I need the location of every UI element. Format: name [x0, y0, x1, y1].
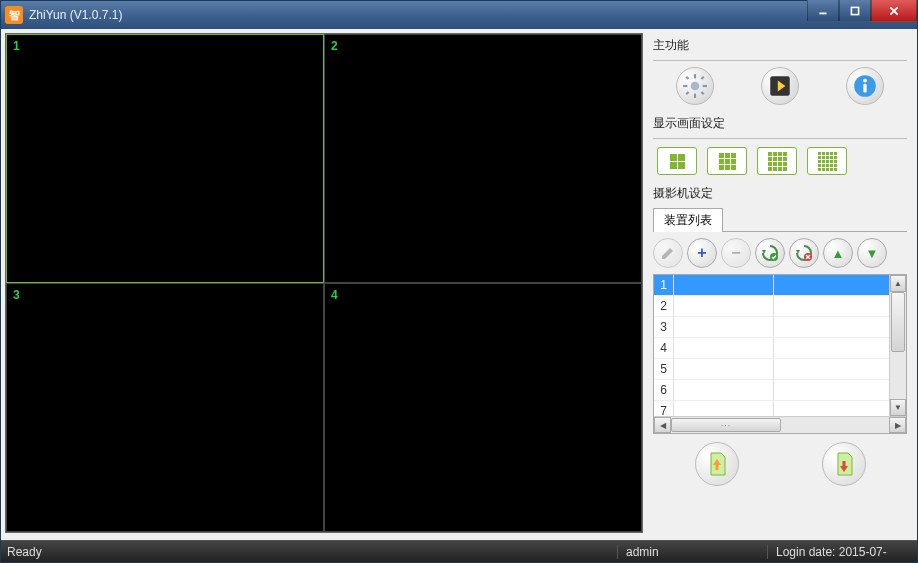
- cell: [774, 317, 906, 337]
- table-row[interactable]: 4: [654, 338, 906, 359]
- tab-device-list[interactable]: 装置列表: [653, 208, 723, 232]
- import-button[interactable]: [822, 442, 866, 486]
- doc-up-icon: [703, 450, 731, 478]
- video-cell-1[interactable]: 1: [6, 34, 324, 283]
- grid-5x5-button[interactable]: [807, 147, 847, 175]
- status-bar: Ready admin Login date: 2015-07-: [1, 540, 917, 562]
- svg-rect-7: [683, 85, 687, 87]
- cell: [674, 296, 774, 316]
- cell-label: 1: [13, 39, 20, 53]
- remove-button[interactable]: −: [721, 238, 751, 268]
- table-row[interactable]: 3: [654, 317, 906, 338]
- export-button[interactable]: [695, 442, 739, 486]
- grid-4x4-button[interactable]: [757, 147, 797, 175]
- video-cell-3[interactable]: 3: [6, 283, 324, 532]
- scroll-right-button[interactable]: ▶: [889, 417, 906, 433]
- refresh-ok-icon: [761, 244, 779, 262]
- status-login-date: Login date: 2015-07-: [767, 545, 917, 559]
- cell: [674, 317, 774, 337]
- cell: [774, 338, 906, 358]
- cell-label: 2: [331, 39, 338, 53]
- row-header: 7: [654, 401, 674, 416]
- play-button[interactable]: [761, 67, 799, 105]
- grid-4x4-icon: [768, 152, 787, 171]
- table-row[interactable]: 1: [654, 275, 906, 296]
- maximize-button[interactable]: [839, 0, 871, 22]
- scroll-up-button[interactable]: ▲: [890, 275, 906, 292]
- cell: [774, 380, 906, 400]
- svg-rect-10: [701, 91, 705, 95]
- grid-2x2-button[interactable]: [657, 147, 697, 175]
- doc-down-icon: [830, 450, 858, 478]
- grid-3x3-icon: [719, 153, 736, 170]
- camera-settings-title: 摄影机设定: [653, 185, 907, 202]
- app-icon: 智: [5, 6, 23, 24]
- table-row[interactable]: 2: [654, 296, 906, 317]
- svg-rect-12: [686, 91, 690, 95]
- grid-5x5-icon: [818, 152, 837, 171]
- video-cell-4[interactable]: 4: [324, 283, 642, 532]
- row-header: 1: [654, 275, 674, 295]
- cell-label: 4: [331, 288, 338, 302]
- svg-rect-1: [851, 7, 858, 14]
- device-table: 1234567 ▲ ▼ ◀ ··· ▶: [653, 274, 907, 434]
- cell: [674, 380, 774, 400]
- svg-rect-17: [863, 84, 866, 93]
- info-icon: [852, 73, 878, 99]
- vertical-scrollbar[interactable]: ▲ ▼: [889, 275, 906, 416]
- pencil-icon: [660, 245, 676, 261]
- cell: [774, 401, 906, 416]
- cell: [674, 401, 774, 416]
- move-down-button[interactable]: ▼: [857, 238, 887, 268]
- cell: [674, 359, 774, 379]
- main-functions-title: 主功能: [653, 37, 907, 54]
- grid-2x2-icon: [670, 154, 685, 169]
- display-settings-title: 显示画面设定: [653, 115, 907, 132]
- video-grid: 1 2 3 4: [5, 33, 643, 533]
- svg-rect-9: [686, 76, 690, 80]
- cell-label: 3: [13, 288, 20, 302]
- scroll-down-button[interactable]: ▼: [890, 399, 906, 416]
- table-row[interactable]: 7: [654, 401, 906, 416]
- status-user: admin: [617, 545, 767, 559]
- titlebar[interactable]: 智 ZhiYun (V1.0.7.1): [1, 1, 917, 29]
- edit-button[interactable]: [653, 238, 683, 268]
- sidebar: 主功能 显示画面设定 摄影机设定: [643, 29, 917, 540]
- grid-3x3-button[interactable]: [707, 147, 747, 175]
- play-icon: [767, 73, 793, 99]
- minimize-button[interactable]: [807, 0, 839, 22]
- settings-button[interactable]: [676, 67, 714, 105]
- refresh-ok-button[interactable]: [755, 238, 785, 268]
- svg-point-16: [863, 79, 867, 83]
- status-ready: Ready: [1, 545, 617, 559]
- cell: [774, 359, 906, 379]
- close-button[interactable]: [871, 0, 917, 22]
- cell: [774, 296, 906, 316]
- refresh-err-button[interactable]: [789, 238, 819, 268]
- row-header: 3: [654, 317, 674, 337]
- app-window: 智 ZhiYun (V1.0.7.1) 1 2 3 4 主功能: [0, 0, 918, 563]
- svg-point-4: [691, 82, 700, 91]
- svg-rect-5: [694, 74, 696, 78]
- table-row[interactable]: 5: [654, 359, 906, 380]
- row-header: 5: [654, 359, 674, 379]
- svg-rect-6: [694, 94, 696, 98]
- table-row[interactable]: 6: [654, 380, 906, 401]
- row-header: 2: [654, 296, 674, 316]
- add-button[interactable]: +: [687, 238, 717, 268]
- svg-rect-8: [703, 85, 707, 87]
- video-cell-2[interactable]: 2: [324, 34, 642, 283]
- move-up-button[interactable]: ▲: [823, 238, 853, 268]
- scroll-thumb[interactable]: [891, 292, 905, 352]
- svg-rect-11: [701, 76, 705, 80]
- scroll-left-button[interactable]: ◀: [654, 417, 671, 433]
- cell: [774, 275, 906, 295]
- info-button[interactable]: [846, 67, 884, 105]
- hscroll-thumb[interactable]: ···: [671, 418, 781, 432]
- refresh-err-icon: [795, 244, 813, 262]
- row-header: 4: [654, 338, 674, 358]
- window-title: ZhiYun (V1.0.7.1): [29, 8, 807, 22]
- gear-icon: [682, 73, 708, 99]
- cell: [674, 338, 774, 358]
- horizontal-scrollbar[interactable]: ◀ ··· ▶: [654, 416, 906, 433]
